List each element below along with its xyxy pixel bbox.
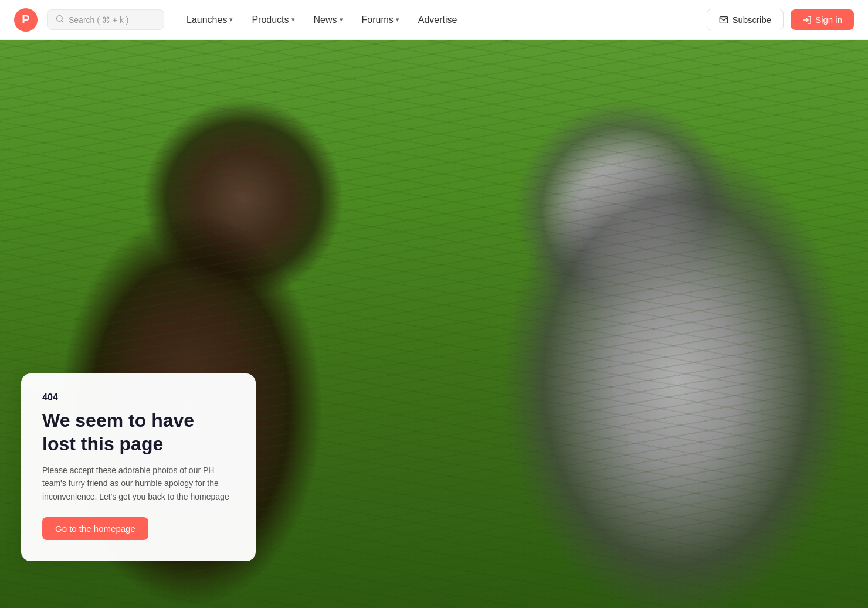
search-icon <box>56 15 64 25</box>
svg-line-1 <box>62 21 63 22</box>
forums-chevron-icon: ▾ <box>396 16 399 23</box>
nav-news-label: News <box>314 15 337 25</box>
error-heading-line1: We seem to have <box>42 410 194 431</box>
nav-forums-label: Forums <box>362 15 394 25</box>
error-heading: We seem to have lost this page <box>42 409 235 456</box>
products-chevron-icon: ▾ <box>291 16 295 23</box>
search-box[interactable]: Search ( ⌘ + k ) <box>47 9 164 30</box>
subscribe-label: Subscribe <box>732 15 771 25</box>
nav-item-launches[interactable]: Launches ▾ <box>178 10 241 30</box>
logo[interactable]: P <box>14 8 38 32</box>
nav-item-advertise[interactable]: Advertise <box>410 10 466 30</box>
nav-item-news[interactable]: News ▾ <box>306 10 351 30</box>
error-description: Please accept these adorable photos of o… <box>42 464 235 503</box>
hero-area: 404 We seem to have lost this page Pleas… <box>0 40 868 608</box>
nav-products-label: Products <box>252 15 289 25</box>
logo-icon[interactable]: P <box>14 8 38 32</box>
nav-right: Subscribe Sign in <box>707 9 854 30</box>
nav-launches-label: Launches <box>187 15 227 25</box>
signin-icon <box>802 15 812 25</box>
error-card: 404 We seem to have lost this page Pleas… <box>21 373 256 561</box>
news-chevron-icon: ▾ <box>340 16 343 23</box>
signin-button[interactable]: Sign in <box>791 9 854 30</box>
signin-label: Sign in <box>815 15 842 25</box>
error-heading-line2: lost this page <box>42 433 163 454</box>
nav-advertise-label: Advertise <box>418 15 457 25</box>
error-code: 404 <box>42 392 235 403</box>
subscribe-button[interactable]: Subscribe <box>707 9 784 30</box>
nav-links: Launches ▾ Products ▾ News ▾ Forums ▾ Ad… <box>178 10 702 30</box>
nav-item-forums[interactable]: Forums ▾ <box>354 10 408 30</box>
go-to-homepage-button[interactable]: Go to the homepage <box>42 517 148 540</box>
launches-chevron-icon: ▾ <box>229 16 233 23</box>
subscribe-icon <box>719 15 728 25</box>
navbar: P Search ( ⌘ + k ) Launches ▾ Products ▾… <box>0 0 868 40</box>
search-placeholder: Search ( ⌘ + k ) <box>69 15 128 25</box>
nav-item-products[interactable]: Products ▾ <box>243 10 303 30</box>
